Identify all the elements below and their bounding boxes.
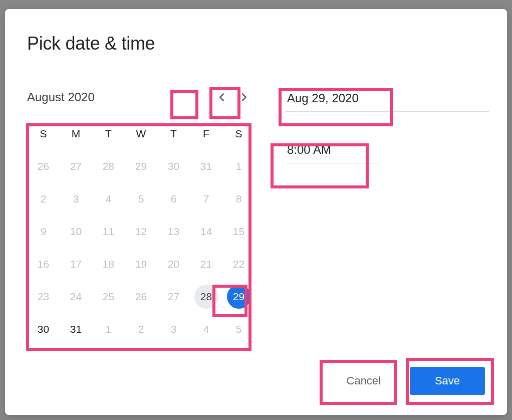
next-month-button[interactable] bbox=[233, 86, 255, 108]
calendar-day[interactable]: 9 bbox=[32, 220, 56, 244]
calendar-day[interactable]: 11 bbox=[97, 220, 121, 244]
calendar-day[interactable]: 16 bbox=[32, 252, 56, 276]
calendar-day[interactable]: 27 bbox=[64, 154, 88, 178]
calendar-day-today[interactable]: 28 bbox=[194, 285, 218, 309]
calendar-day[interactable]: 30 bbox=[162, 154, 186, 178]
calendar-day[interactable]: 3 bbox=[64, 187, 88, 211]
calendar-day[interactable]: 4 bbox=[194, 317, 218, 341]
chevron-left-icon bbox=[216, 92, 227, 103]
calendar-day[interactable]: 29 bbox=[129, 154, 153, 178]
calendar-day[interactable]: 8 bbox=[227, 187, 251, 211]
calendar-day[interactable]: 5 bbox=[227, 317, 251, 341]
weekday-header: T bbox=[92, 117, 125, 150]
calendar-day[interactable]: 22 bbox=[227, 252, 251, 276]
prev-month-button[interactable] bbox=[211, 86, 233, 108]
dialog-title: Pick date & time bbox=[27, 33, 485, 54]
weekday-header: T bbox=[157, 117, 190, 150]
weekday-header: F bbox=[190, 117, 222, 150]
calendar-day[interactable]: 19 bbox=[129, 252, 153, 276]
calendar-day[interactable]: 10 bbox=[64, 220, 88, 244]
calendar-panel: August 2020 SMTWTFS262728293031123456789… bbox=[27, 86, 255, 345]
dialog-footer: Cancel Save bbox=[332, 367, 485, 395]
calendar-day[interactable]: 27 bbox=[162, 285, 186, 309]
month-year-label: August 2020 bbox=[27, 90, 211, 104]
cancel-button[interactable]: Cancel bbox=[332, 367, 396, 395]
calendar-day[interactable]: 3 bbox=[162, 317, 186, 341]
calendar-grid[interactable]: SMTWTFS262728293031123456789101112131415… bbox=[27, 117, 255, 345]
weekday-header: W bbox=[125, 117, 157, 150]
date-time-picker-dialog: Pick date & time August 2020 SMTWTFS2627… bbox=[5, 9, 507, 415]
date-input[interactable] bbox=[285, 86, 489, 112]
save-button[interactable]: Save bbox=[410, 367, 485, 395]
calendar-day[interactable]: 13 bbox=[162, 220, 186, 244]
calendar-day[interactable]: 15 bbox=[227, 220, 251, 244]
chevron-right-icon bbox=[238, 92, 249, 103]
calendar-day[interactable]: 12 bbox=[129, 220, 153, 244]
calendar-day[interactable]: 1 bbox=[97, 317, 121, 341]
calendar-day[interactable]: 26 bbox=[32, 154, 56, 178]
time-input[interactable] bbox=[285, 138, 379, 163]
calendar-day[interactable]: 5 bbox=[129, 187, 153, 211]
calendar-day[interactable]: 4 bbox=[97, 187, 121, 211]
calendar-day-selected[interactable]: 29 bbox=[227, 285, 251, 309]
calendar-day[interactable]: 20 bbox=[162, 252, 186, 276]
calendar-day[interactable]: 14 bbox=[194, 220, 218, 244]
weekday-header: M bbox=[60, 117, 92, 150]
calendar-day[interactable]: 1 bbox=[227, 154, 251, 178]
weekday-header: S bbox=[27, 117, 60, 150]
calendar-day[interactable]: 26 bbox=[129, 285, 153, 309]
calendar-day[interactable]: 2 bbox=[32, 187, 56, 211]
calendar-day[interactable]: 24 bbox=[64, 285, 88, 309]
calendar-day[interactable]: 31 bbox=[64, 317, 88, 341]
calendar-day[interactable]: 2 bbox=[129, 317, 153, 341]
datetime-fields bbox=[285, 86, 485, 345]
calendar-day[interactable]: 23 bbox=[32, 285, 56, 309]
calendar-day[interactable]: 6 bbox=[162, 187, 186, 211]
weekday-header: S bbox=[222, 117, 255, 150]
calendar-day[interactable]: 21 bbox=[194, 252, 218, 276]
calendar-day[interactable]: 31 bbox=[194, 154, 218, 178]
calendar-day[interactable]: 17 bbox=[64, 252, 88, 276]
calendar-day[interactable]: 30 bbox=[32, 317, 56, 341]
calendar-day[interactable]: 25 bbox=[97, 285, 121, 309]
calendar-day[interactable]: 28 bbox=[97, 154, 121, 178]
calendar-day[interactable]: 18 bbox=[97, 252, 121, 276]
calendar-day[interactable]: 7 bbox=[194, 187, 218, 211]
